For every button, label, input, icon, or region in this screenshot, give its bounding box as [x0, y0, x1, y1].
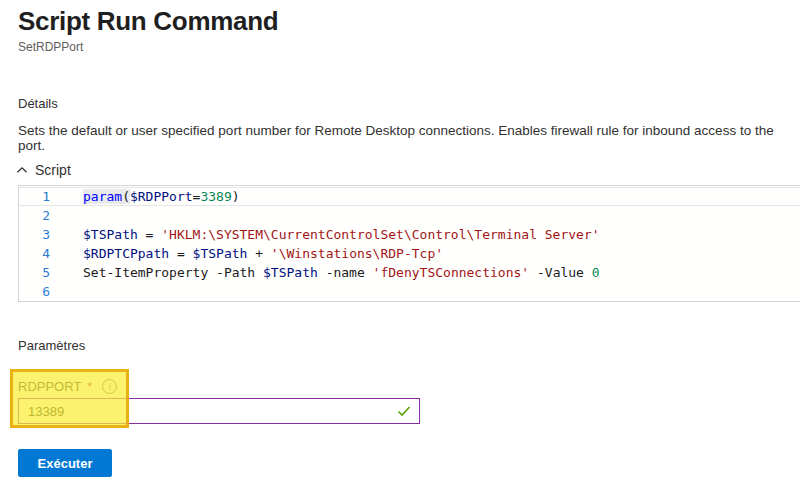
code-text: $TSPath = 'HKLM:\SYSTEM\CurrentControlSe…	[83, 225, 600, 244]
parameter-name-label: RDPPORT	[18, 379, 81, 394]
chevron-up-icon	[16, 164, 28, 176]
page-subtitle: SetRDPPort	[18, 40, 83, 54]
code-line[interactable]: 5Set-ItemProperty -Path $TSPath -name 'f…	[19, 263, 800, 282]
parameter-label-row: RDPPORT * i	[18, 379, 117, 394]
code-line[interactable]: 3$TSPath = 'HKLM:\SYSTEM\CurrentControlS…	[19, 225, 800, 244]
script-description: Sets the default or user specified port …	[18, 123, 778, 153]
line-number: 3	[19, 225, 50, 244]
script-code-editor[interactable]: 1param($RDPPort=3389)23$TSPath = 'HKLM:\…	[18, 185, 800, 302]
line-number: 4	[19, 244, 50, 263]
page-title: Script Run Command	[18, 6, 278, 37]
line-number: 6	[19, 282, 50, 301]
parameters-section-label: Paramètres	[18, 338, 85, 353]
code-text: $RDPTCPpath = $TSPath + '\Winstations\RD…	[83, 244, 443, 263]
line-number: 5	[19, 263, 50, 282]
execute-button[interactable]: Exécuter	[18, 449, 112, 477]
line-number: 1	[19, 187, 50, 206]
script-section-label: Script	[35, 162, 71, 178]
required-asterisk: *	[87, 379, 92, 394]
script-section-toggle[interactable]: Script	[16, 162, 71, 178]
code-line[interactable]: 1param($RDPPort=3389)	[19, 187, 800, 206]
details-section-label: Détails	[18, 96, 58, 111]
rdpport-input[interactable]	[18, 398, 420, 424]
line-number: 2	[19, 206, 50, 225]
code-line[interactable]: 6	[19, 282, 800, 301]
code-text: param($RDPPort=3389)	[83, 187, 240, 206]
info-icon[interactable]: i	[102, 379, 117, 394]
script-run-command-pane: Script Run Command SetRDPPort Détails Se…	[0, 0, 800, 500]
code-line[interactable]: 2	[19, 206, 800, 225]
code-text: Set-ItemProperty -Path $TSPath -name 'fD…	[83, 263, 600, 282]
code-line[interactable]: 4$RDPTCPpath = $TSPath + '\Winstations\R…	[19, 244, 800, 263]
